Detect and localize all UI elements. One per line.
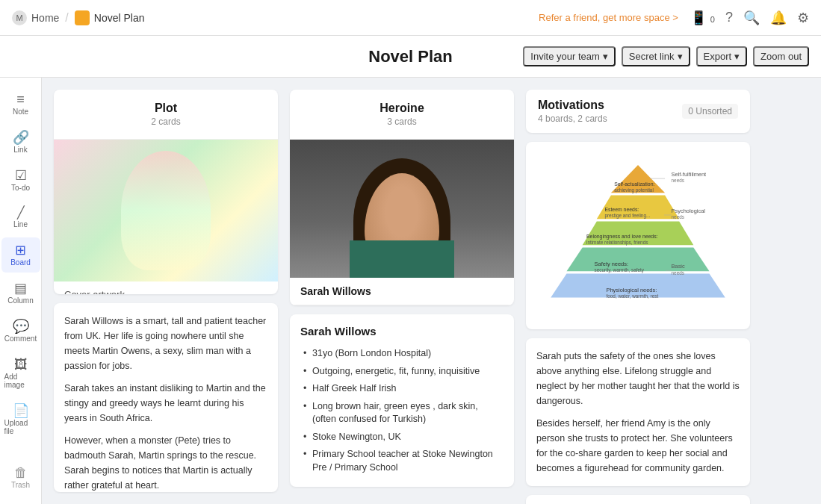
sidebar-item-line[interactable]: ╱ Line	[1, 201, 40, 234]
psychological-label: Psychological	[672, 208, 706, 214]
sidebar-comment-label: Comment	[4, 335, 37, 343]
export-button[interactable]: Export ▾	[696, 46, 748, 66]
profile-item-0: 31yo (Born London Hospital)	[300, 345, 504, 363]
plot-text-1: Sarah Willows is a smart, tall and patie…	[64, 314, 267, 373]
heroine-profile-name: Sarah Willows	[300, 325, 504, 337]
export-chevron-icon: ▾	[734, 51, 740, 62]
basic-label: Basic	[672, 263, 685, 270]
refer-link[interactable]: Refer a friend, get more space >	[539, 12, 678, 23]
secret-link-button[interactable]: Secret link ▾	[622, 46, 690, 66]
secret-link-chevron-icon: ▾	[678, 51, 683, 62]
plot-header-card: Plot 2 cards Cover artwork	[54, 90, 278, 294]
navbar-center: Refer a friend, get more space > 📱 0 ? 🔍…	[539, 10, 809, 26]
search-icon[interactable]: 🔍	[743, 10, 760, 26]
motivations-subtitle: 4 boards, 2 cards	[538, 113, 607, 124]
invite-team-label: Invite your team	[530, 51, 600, 62]
help-icon[interactable]: ?	[725, 10, 733, 25]
heroine-image-name: Sarah Willows	[290, 278, 514, 305]
mobile-badge: 0	[710, 15, 715, 24]
nav-home[interactable]: M Home	[12, 10, 59, 25]
plot-figure	[121, 151, 211, 270]
motivations-header-text: Motivations 4 boards, 2 cards	[538, 99, 607, 124]
esteem-sublabel: prestige and feeling...	[604, 213, 650, 219]
line-icon: ╱	[17, 207, 25, 219]
selfact-sublabel: achieving potential	[614, 187, 654, 193]
sidebar-upload-label: Upload file	[4, 419, 37, 435]
notification-icon[interactable]: 🔔	[770, 10, 787, 26]
safety-label: Safety needs:	[595, 261, 628, 267]
column-icon: ▤	[14, 281, 27, 295]
plot-header: Plot 2 cards	[54, 90, 278, 140]
physiological-sublabel: food, water, warmth, rest	[607, 293, 659, 299]
sidebar-item-link[interactable]: 🔗 Link	[1, 125, 40, 160]
zoom-out-label: Zoom out	[760, 51, 802, 62]
secret-link-label: Secret link	[629, 51, 675, 62]
profile-item-1: Outgoing, energetic, fit, funny, inquisi…	[300, 363, 504, 381]
sidebar-item-upload-file[interactable]: 📄 Upload file	[1, 398, 40, 441]
home-icon: M	[12, 10, 27, 25]
mobile-icon[interactable]: 📱 0	[690, 10, 715, 26]
heroine-profile-list: 31yo (Born London Hospital) Outgoing, en…	[300, 345, 504, 476]
sidebar-item-trash[interactable]: 🗑 Trash	[1, 460, 40, 495]
motivations-header-card: Motivations 4 boards, 2 cards 0 Unsorted	[526, 90, 750, 133]
selffulfilment-label: Self-fulfillment	[672, 171, 707, 178]
profile-item-3: Long brown hair, green eyes , dark skin,…	[300, 398, 504, 429]
profile-item-5: Primary School teacher at Stoke Newingto…	[300, 446, 504, 476]
todo-icon: ☑	[15, 169, 27, 182]
sidebar-todo-label: To-do	[11, 184, 30, 192]
navbar-icons: 📱 0 ? 🔍 🔔 ⚙	[690, 10, 809, 26]
navbar: M Home / Novel Plan Refer a friend, get …	[0, 0, 821, 36]
main-content: Plot 2 cards Cover artwork Sarah Willows…	[42, 78, 821, 504]
plot-text-2: Sarah takes an instant disliking to Mart…	[64, 381, 267, 426]
project-name: Novel Plan	[94, 12, 145, 24]
safety-sublabel: security, warmth, safety	[595, 267, 645, 273]
sidebar-item-note[interactable]: ≡ Note	[1, 87, 40, 122]
navbar-left: M Home / Novel Plan	[12, 10, 145, 25]
heroine-title: Heroine	[302, 102, 502, 115]
sidebar-trash-label: Trash	[11, 481, 30, 489]
profile-item-4: Stoke Newington, UK	[300, 429, 504, 447]
comment-icon: 💬	[13, 320, 29, 333]
sidebar-item-todo[interactable]: ☑ To-do	[1, 163, 40, 198]
motivations-text-1: Sarah puts the safety of the ones she lo…	[536, 349, 740, 408]
basic-sublabel: needs	[672, 270, 684, 276]
heroine-shirt	[350, 240, 454, 278]
plot-text-card: Sarah Willows is a smart, tall and patie…	[54, 303, 278, 492]
upload-file-icon: 📄	[13, 404, 29, 417]
physiological-label: Physiological needs:	[607, 287, 657, 293]
link-icon: 🔗	[13, 131, 29, 144]
nav-project[interactable]: Novel Plan	[75, 10, 145, 25]
sidebar-line-label: Line	[13, 220, 28, 228]
heroine-header: Heroine 3 cards	[290, 90, 514, 140]
nav-separator: /	[65, 11, 68, 25]
zoom-out-button[interactable]: Zoom out	[753, 46, 809, 66]
motivations-column: Motivations 4 boards, 2 cards 0 Unsorted	[526, 90, 750, 492]
motivations-title: Motivations	[538, 99, 607, 112]
fulfillment-card: 👤 Personal Fulfillment 0 cards	[526, 495, 750, 504]
selffulfilment-sublabel: needs	[672, 178, 684, 183]
pyramid-card: Physiological needs: food, water, warmth…	[526, 142, 750, 329]
sidebar-add-image-label: Add image	[4, 373, 37, 389]
plot-title: Plot	[66, 102, 266, 115]
note-icon: ≡	[16, 93, 25, 106]
home-label: Home	[31, 12, 59, 24]
project-icon	[75, 10, 90, 25]
unsorted-badge: 0 Unsorted	[682, 104, 738, 119]
sidebar-item-comment[interactable]: 💬 Comment	[1, 314, 40, 349]
profile-item-2: Half Greek Half Irish	[300, 380, 504, 398]
sidebar: ≡ Note 🔗 Link ☑ To-do ╱ Line ⊞ Board ▤ C…	[0, 78, 42, 504]
heroine-header-card: Heroine 3 cards Sarah Willows	[290, 90, 514, 305]
plot-subtitle: 2 cards	[66, 116, 266, 127]
sidebar-note-label: Note	[13, 108, 28, 116]
export-label: Export	[704, 51, 732, 62]
settings-icon[interactable]: ⚙	[797, 10, 809, 26]
heroine-profile-card: Sarah Willows 31yo (Born London Hospital…	[290, 314, 514, 487]
sidebar-item-board[interactable]: ⊞ Board	[1, 237, 40, 273]
sidebar-item-column[interactable]: ▤ Column	[1, 276, 40, 311]
invite-team-button[interactable]: Invite your team ▾	[523, 46, 616, 66]
sidebar-item-add-image[interactable]: 🖼 Add image	[1, 352, 40, 395]
belongingness-sublabel: intimate relationships, friends	[586, 240, 648, 246]
heroine-column: Heroine 3 cards Sarah Willows Sarah Will…	[290, 90, 514, 492]
sidebar-column-label: Column	[7, 296, 33, 305]
sidebar-link-label: Link	[13, 146, 27, 154]
